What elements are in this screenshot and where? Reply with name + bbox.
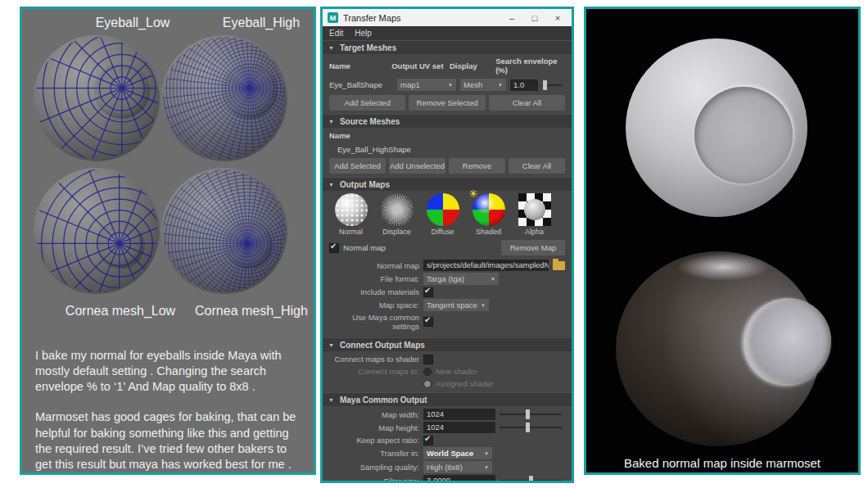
menu-edit[interactable]: Edit <box>329 29 343 38</box>
output-maps-body: Normal Displace Diffuse ✳ Shaded Alpha N… <box>323 191 572 334</box>
col-uv-set: Output UV set <box>391 61 445 70</box>
include-materials-checkbox[interactable] <box>423 287 433 297</box>
file-format-dropdown[interactable]: Targa (tga)▼ <box>423 273 499 285</box>
cornea-low-sphere <box>34 168 160 294</box>
maya-common-output-body: Map width: 1024 Map height: 1024 Keep as… <box>323 406 572 483</box>
collapse-arrow-icon[interactable]: ▼ <box>328 397 334 403</box>
cornea-render-image <box>626 38 807 217</box>
new-shader-radio[interactable] <box>423 368 432 376</box>
normal-map-path-input[interactable]: s/projects/default/images/sampledNormals… <box>423 260 549 271</box>
light-rays-icon: ✳ <box>469 188 478 200</box>
map-space-dropdown[interactable]: Tangent space▼ <box>423 299 489 311</box>
wireframe-low-icon <box>34 168 160 294</box>
search-envelope-input[interactable]: 1.0 <box>510 79 538 91</box>
collapse-arrow-icon[interactable]: ▼ <box>328 342 334 348</box>
map-width-input[interactable]: 1024 <box>423 409 495 420</box>
source-mesh-name[interactable]: Eye_Ball_HighShape <box>337 145 411 154</box>
search-envelope-slider[interactable] <box>542 84 562 86</box>
target-meshes-body: Name Output UV set Display Search envelo… <box>323 54 572 114</box>
display-dropdown[interactable]: Mesh▼ <box>460 79 506 91</box>
eyeball-high-sphere <box>161 35 287 161</box>
col-display: Display <box>450 61 491 70</box>
mesh-reference-panel: Eyeball_Low Eyeball_High Cornea mesh_Low… <box>20 7 316 475</box>
transfer-in-dropdown[interactable]: World Space▼ <box>423 447 492 459</box>
filter-size-input[interactable]: 3.0000 <box>423 475 495 483</box>
maya-logo-icon: M <box>328 12 338 23</box>
cornea-high-sphere <box>161 168 287 294</box>
source-col-name: Name <box>329 131 350 140</box>
menu-help[interactable]: Help <box>355 29 372 38</box>
eyeball-render-image <box>616 251 821 446</box>
sampling-quality-dropdown[interactable]: High (8x8)▼ <box>423 461 492 473</box>
source-clear-all-button[interactable]: Clear All <box>509 158 565 174</box>
chevron-down-icon: ▼ <box>481 465 489 470</box>
window-title: Transfer Maps <box>343 13 498 23</box>
filter-size-slider[interactable] <box>500 480 562 481</box>
cornea-pit <box>694 87 793 183</box>
collapse-arrow-icon[interactable]: ▼ <box>328 45 334 51</box>
normal-map-checkbox[interactable] <box>329 243 339 253</box>
map-height-input[interactable]: 1024 <box>423 422 495 433</box>
alpha-map-icon[interactable] <box>518 193 551 226</box>
marmoset-render-panel: Baked normal map inside marmoset <box>584 7 861 475</box>
top-highlight <box>677 253 770 280</box>
section-output-maps[interactable]: ▼ Output Maps <box>323 177 572 191</box>
assigned-shader-radio[interactable] <box>423 380 432 388</box>
section-source-meshes[interactable]: ▼ Source Meshes <box>323 114 572 128</box>
remove-map-button[interactable]: Remove Map <box>501 240 565 255</box>
target-clear-all-button[interactable]: Clear All <box>489 95 565 111</box>
wireframe-low-icon <box>34 35 160 161</box>
chevron-down-icon: ▼ <box>445 83 453 88</box>
cornea-bump <box>745 298 831 384</box>
eyeball-low-sphere <box>34 35 160 161</box>
connect-output-maps-body: Connect maps to shader Connect maps to: … <box>323 351 572 392</box>
label-cornea-high: Cornea mesh_High <box>186 304 317 319</box>
target-remove-selected-button[interactable]: Remove Selected <box>409 95 485 111</box>
notes-paragraph-2: Marmoset has good cages for baking, that… <box>35 409 305 472</box>
uv-set-dropdown[interactable]: map1▼ <box>397 79 456 91</box>
target-mesh-name[interactable]: Eye_BallShape <box>329 80 393 89</box>
shaded-map-icon[interactable]: ✳ <box>472 193 505 226</box>
label-cornea-low: Cornea mesh_Low <box>55 304 186 319</box>
collapse-arrow-icon[interactable]: ▼ <box>328 182 334 188</box>
chevron-down-icon: ▼ <box>477 303 486 308</box>
notes-text: I bake my normal for eyeballs inside May… <box>35 348 305 487</box>
chevron-down-icon: ▼ <box>495 83 503 88</box>
source-add-selected-button[interactable]: Add Selected <box>329 158 386 174</box>
keep-aspect-ratio-checkbox[interactable] <box>423 436 433 445</box>
use-maya-common-checkbox[interactable] <box>423 317 433 327</box>
collapse-arrow-icon[interactable]: ▼ <box>328 119 334 124</box>
displace-map-icon[interactable] <box>381 193 414 226</box>
menu-bar: Edit Help <box>323 26 572 40</box>
map-height-slider[interactable] <box>500 427 562 428</box>
connect-maps-to-shader-checkbox[interactable] <box>423 355 433 364</box>
label-eyeball-low: Eyeball_Low <box>67 16 198 30</box>
col-search-envelope: Search envelope (%) <box>495 56 565 75</box>
browse-folder-icon[interactable] <box>553 261 565 270</box>
notes-paragraph-1: I bake my normal for eyeballs inside May… <box>35 348 305 395</box>
source-meshes-body: Name Eye_Ball_HighShape Add Selected Add… <box>323 128 572 177</box>
close-icon[interactable]: × <box>549 13 567 23</box>
source-add-unselected-button[interactable]: Add Unselected <box>389 158 445 174</box>
normal-map-icon[interactable] <box>335 193 368 226</box>
chevron-down-icon: ▼ <box>487 277 495 282</box>
col-name: Name <box>329 61 387 70</box>
section-target-meshes[interactable]: ▼ Target Meshes <box>323 40 572 54</box>
section-maya-common-output[interactable]: ▼ Maya Common Output <box>323 392 572 406</box>
wireframe-high-icon <box>161 168 287 294</box>
label-eyeball-high: Eyeball_High <box>196 16 327 30</box>
minimize-icon[interactable]: – <box>503 13 521 23</box>
transfer-maps-window: M Transfer Maps – □ × Edit Help ▼ Target… <box>320 7 574 483</box>
source-remove-selected-button[interactable]: Remove Selected <box>449 158 505 174</box>
chevron-down-icon: ▼ <box>481 451 489 456</box>
maximize-icon[interactable]: □ <box>526 13 544 23</box>
section-connect-output-maps[interactable]: ▼ Connect Output Maps <box>323 337 572 351</box>
wireframe-high-icon <box>161 35 287 161</box>
diffuse-map-icon[interactable] <box>427 193 459 226</box>
render-caption: Baked normal map inside marmoset <box>586 456 858 470</box>
map-width-slider[interactable] <box>500 413 562 415</box>
title-bar[interactable]: M Transfer Maps – □ × <box>323 9 572 26</box>
target-add-selected-button[interactable]: Add Selected <box>329 95 405 111</box>
